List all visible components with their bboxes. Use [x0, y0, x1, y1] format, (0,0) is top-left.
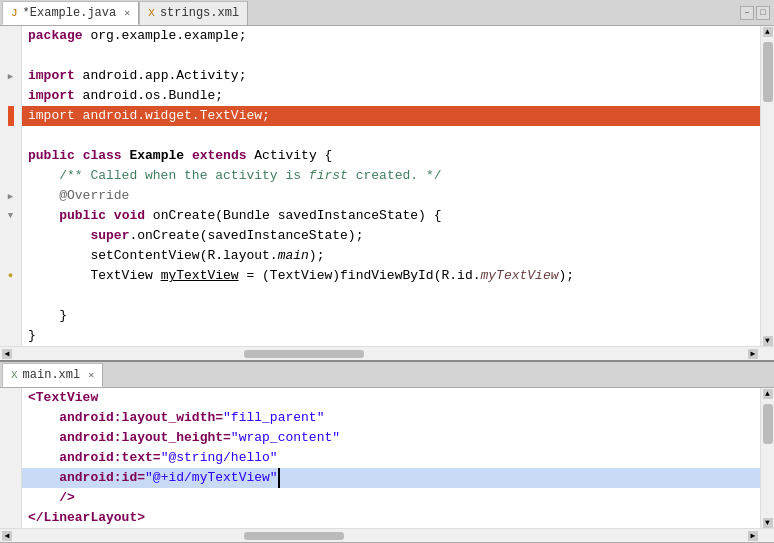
bottom-code-area[interactable]: <TextView android:layout_width= "fill_pa…: [22, 388, 760, 528]
scrollbar-thumb-top[interactable]: [763, 42, 773, 102]
code-11b: .onCreate(savedInstanceState);: [129, 226, 363, 246]
code-13b: = (TextView)findViewById(R.id.: [239, 266, 481, 286]
scrollbar-thumb-h[interactable]: [244, 350, 364, 358]
bottom-gutter-3: [0, 428, 21, 448]
code-line-2: [22, 46, 760, 66]
comment-8: /** Called when the activity is first cr…: [28, 166, 442, 186]
scrollbar-right-arrow-b[interactable]: ▶: [748, 531, 758, 541]
xml-self-close: />: [28, 488, 75, 508]
collapse-arrow-3[interactable]: ▶: [8, 71, 13, 82]
gutter-9[interactable]: ▶: [0, 186, 21, 206]
maximize-button[interactable]: □: [756, 6, 770, 20]
xml-open-textview: <TextView: [28, 388, 98, 408]
gutter-11: [0, 226, 21, 246]
classname-example: Example: [129, 146, 184, 166]
xml-val-text: "@string/hello": [161, 448, 278, 468]
bottom-gutter-6: [0, 488, 21, 508]
code-15: }: [28, 306, 67, 326]
annotation-override: @Override: [28, 186, 129, 206]
gutter-13: ●: [0, 266, 21, 286]
gutter-15: [0, 306, 21, 326]
xml-code-line-5: android:id= "@+id/myTextView": [22, 468, 760, 488]
xml-close-linearlayout: </LinearLayout>: [28, 508, 145, 528]
code-normal-1: org.example.example;: [83, 26, 247, 46]
bottom-scrollbar-v[interactable]: ▲ ▼: [760, 388, 774, 528]
tab-main-xml-close[interactable]: ✕: [88, 369, 94, 381]
top-tab-bar: J *Example.java ✕ X strings.xml – □: [0, 0, 774, 26]
tab-example-java[interactable]: J *Example.java ✕: [2, 1, 139, 25]
collapse-arrow-9[interactable]: ▶: [8, 191, 13, 202]
code-line-11: super .onCreate(savedInstanceState);: [22, 226, 760, 246]
code-line-5: import android.widget.TextView;: [22, 106, 760, 126]
gutter-3[interactable]: ▶: [0, 66, 21, 86]
code-space-7d: Activity {: [246, 146, 332, 166]
xml-attr-id: android:id=: [28, 468, 145, 488]
bottom-gutter-2: [0, 408, 21, 428]
code-myTextView-ref: myTextView: [480, 266, 558, 286]
bottom-scrollbar-h[interactable]: ◀ ▶: [0, 528, 774, 542]
bottom-gutter-5: [0, 468, 21, 488]
kw-public-2: public: [59, 206, 106, 226]
top-code-area[interactable]: package org.example.example; import andr…: [22, 26, 760, 346]
tab-strings-xml-label: strings.xml: [160, 6, 239, 20]
xml-val-height: "wrap_content": [231, 428, 340, 448]
xml-attr-width: android:layout_width=: [28, 408, 223, 428]
xml-val-id: "@+id/myTextView": [145, 468, 278, 488]
code-line-8: /** Called when the activity is first cr…: [22, 166, 760, 186]
bottom-editor-content: <TextView android:layout_width= "fill_pa…: [0, 388, 774, 528]
gutter-1: [0, 26, 21, 46]
kw-class-1: class: [83, 146, 122, 166]
xml-code-line-4: android:text= "@string/hello": [22, 448, 760, 468]
scrollbar-left-arrow[interactable]: ◀: [2, 349, 12, 359]
bottom-gutter: [0, 388, 22, 528]
kw-super-1: super: [90, 226, 129, 246]
bottom-tab-bar: X main.xml ✕: [0, 362, 774, 388]
code-16: }: [28, 326, 36, 346]
xml-attr-text: android:text=: [28, 448, 161, 468]
scrollbar-thumb-h-b[interactable]: [244, 532, 344, 540]
code-space-7c: [184, 146, 192, 166]
xml-code-line-6: />: [22, 488, 760, 508]
kw-extends-1: extends: [192, 146, 247, 166]
kw-package: package: [28, 26, 83, 46]
xml-file-icon-strings: X: [148, 7, 155, 19]
code-highlighted-5: import android.widget.TextView;: [28, 106, 270, 126]
scrollbar-left-arrow-b[interactable]: ◀: [2, 531, 12, 541]
tab-example-java-close[interactable]: ✕: [124, 7, 130, 19]
scrollbar-down-arrow[interactable]: ▼: [763, 336, 773, 346]
bookmark-13: ●: [8, 271, 13, 281]
bottom-gutter-1: [0, 388, 21, 408]
code-space-10b: onCreate(Bundle savedInstanceState) {: [145, 206, 441, 226]
code-indent-13: TextView: [28, 266, 161, 286]
tab-strings-xml[interactable]: X strings.xml: [139, 1, 248, 25]
code-space-10a: [106, 206, 114, 226]
gutter-6: [0, 126, 21, 146]
error-marker-5: [8, 106, 14, 126]
gutter-8: [0, 166, 21, 186]
scrollbar-up-arrow-b[interactable]: ▲: [763, 389, 773, 399]
code-line-6: [22, 126, 760, 146]
scrollbar-right-arrow[interactable]: ▶: [748, 349, 758, 359]
window-controls-top: – □: [740, 6, 774, 20]
top-scrollbar-v[interactable]: ▲ ▼: [760, 26, 774, 346]
code-line-10: public void onCreate(Bundle savedInstanc…: [22, 206, 760, 226]
minimize-button[interactable]: –: [740, 6, 754, 20]
top-scrollbar-h[interactable]: ◀ ▶: [0, 346, 774, 360]
gutter-10[interactable]: ▼: [0, 206, 21, 226]
kw-void-1: void: [114, 206, 145, 226]
code-line-16: }: [22, 326, 760, 346]
cursor-5: [278, 468, 288, 488]
code-space-7b: [122, 146, 130, 166]
code-normal-3: android.app.Activity;: [75, 66, 247, 86]
code-line-14: [22, 286, 760, 306]
scrollbar-thumb-bottom[interactable]: [763, 404, 773, 444]
scrollbar-down-arrow-b[interactable]: ▼: [763, 518, 773, 528]
tab-main-xml-label: main.xml: [23, 368, 81, 382]
tab-main-xml[interactable]: X main.xml ✕: [2, 363, 103, 387]
scrollbar-up-arrow[interactable]: ▲: [763, 27, 773, 37]
collapse-arrow-10[interactable]: ▼: [8, 211, 13, 221]
code-line-3: import android.app.Activity;: [22, 66, 760, 86]
gutter-16: [0, 326, 21, 346]
xml-code-line-7: </LinearLayout>: [22, 508, 760, 528]
top-editor-pane: J *Example.java ✕ X strings.xml – □ ▶: [0, 0, 774, 362]
